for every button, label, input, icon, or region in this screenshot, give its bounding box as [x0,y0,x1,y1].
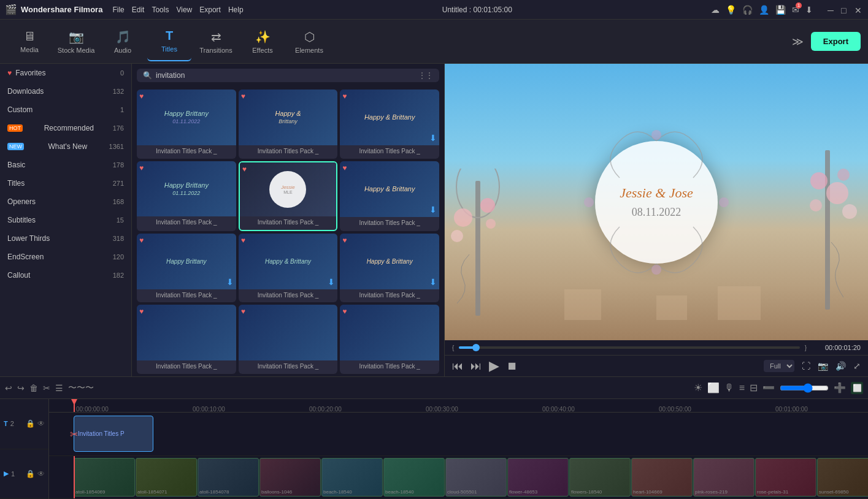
toolbar-titles[interactable]: T Titles [147,22,191,61]
track-2-eye-icon[interactable]: 👁 [37,419,45,428]
toolbar-effects[interactable]: ✨ Effects [240,22,285,61]
color-correct-icon[interactable]: ☀ [694,382,702,394]
title-clip[interactable]: Invitation Titles P [74,416,153,452]
fullscreen-button[interactable]: ⤢ [853,361,861,371]
voice-icon[interactable]: 🎙 [724,383,734,394]
account-icon[interactable]: 👤 [759,5,769,15]
volume-button[interactable]: 🔊 [835,361,846,371]
download-icon-7[interactable]: ⬇ [226,277,234,287]
sidebar-item-custom[interactable]: Custom 1 [0,101,131,119]
video-clip-rose-petals[interactable]: rose-petals-31 [755,458,816,497]
settings-button[interactable]: ☰ [55,383,63,393]
skip-back-button[interactable]: ⏮ [452,360,463,373]
video-clip-flower[interactable]: flower-48653 [507,458,569,497]
search-input[interactable] [156,71,415,80]
grid-item-11[interactable]: ♥ Invitation Titles Pack _ [239,305,338,374]
video-clip-atoll-3[interactable]: atoll-1854078 [198,458,259,497]
sidebar-item-subtitles[interactable]: Subtitles 15 [0,211,131,229]
menu-tools[interactable]: Tools [152,6,169,14]
stop-button[interactable]: ⏹ [507,360,518,373]
menu-help[interactable]: Help [228,6,244,14]
download-icon-6[interactable]: ⬇ [429,205,437,215]
toolbar-elements[interactable]: ⬡ Elements [287,22,331,61]
sidebar-item-favorites[interactable]: ♥ Favorites 0 [0,64,131,82]
sidebar-item-whats-new[interactable]: What's New 1361 [0,137,131,156]
toolbar-more-button[interactable]: ≫ [792,35,804,48]
video-clip-pink-roses[interactable]: pink-roses-219 [693,458,755,497]
toolbar-media[interactable]: 🖥 Media [7,22,52,61]
sidebar-item-titles[interactable]: Titles 271 [0,174,131,192]
track-1-eye-icon[interactable]: 👁 [37,470,45,478]
video-clip-balloons[interactable]: balloons-1046 [259,458,321,497]
zoom-in-icon[interactable]: ➕ [834,382,846,394]
save-icon[interactable]: 💾 [775,5,786,15]
grid-item-1[interactable]: ♥ Happy Brittany01.11.2022 Invitation Ti… [137,90,236,159]
video-clip-atoll-2[interactable]: atoll-1854071 [136,458,197,497]
minimize-button[interactable]: ─ [828,6,836,14]
toolbar-audio[interactable]: 🎵 Audio [101,22,145,61]
headset-icon[interactable]: 🎧 [742,5,753,15]
video-clip-cloud[interactable]: cloud-505501 [445,458,507,497]
sidebar-item-openers[interactable]: Openers 168 [0,192,131,211]
video-clip-beach-1[interactable]: beach-18540 [321,458,383,497]
sidebar-item-lower-thirds[interactable]: Lower Thirds 318 [0,229,131,248]
menu-edit[interactable]: Edit [132,6,145,14]
screenshot-button[interactable]: 📷 [818,361,828,371]
sidebar-item-basic[interactable]: Basic 178 [0,156,131,174]
download-icon-9[interactable]: ⬇ [429,277,437,287]
progress-bar[interactable] [459,346,799,349]
cut-button[interactable]: ✂ [43,383,50,393]
video-clip-atoll-1[interactable]: atoll-1854069 [74,458,135,497]
delete-button[interactable]: 🗑 [29,383,38,393]
grid-item-7[interactable]: ♥ Happy Brittany ⬇ Invitation Titles Pac… [137,234,236,303]
video-clip-sunset[interactable]: sunset-69850 [817,458,868,497]
grid-item-8[interactable]: ♥ Happy & Brittany ⬇ Invitation Titles P… [239,234,338,303]
quality-select[interactable]: Full [764,360,794,372]
grid-item-4[interactable]: ♥ Happy Brittany01.11.2022 Invitation Ti… [137,161,236,231]
grid-item-5[interactable]: ♥ Jessie MLE Invitation Titles Pack _ [239,161,338,231]
undo-button[interactable]: ↩ [5,383,12,393]
grid-item-2[interactable]: ♥ Happy &Brittany Invitation Titles Pack… [239,90,338,159]
mail-icon[interactable]: ✉1 [792,5,799,15]
close-button[interactable]: ✕ [855,6,863,14]
zoom-out-icon[interactable]: ➖ [762,382,775,394]
sidebar-item-downloads[interactable]: Downloads 132 [0,82,131,101]
toolbar-transitions[interactable]: ⇄ Transitions [194,22,238,61]
download-icon[interactable]: ⬇ [805,5,813,15]
step-back-button[interactable]: ⏭ [470,360,482,373]
collapse-panel-button[interactable]: ⬜ [851,382,863,394]
grid-item-10[interactable]: ♥ Invitation Titles Pack _ [137,305,236,374]
grid-item-3[interactable]: ♥ Happy & Brittany ⬇ Invitation Titles P… [340,90,439,159]
screen-size-button[interactable]: ⛶ [802,361,810,371]
redo-button[interactable]: ↪ [17,383,25,393]
cloud-icon[interactable]: ☁ [711,5,720,15]
audio-wave-button[interactable]: 〜〜〜 [68,383,94,394]
auto-caption-icon[interactable]: ≡ [739,383,745,394]
sidebar-item-callout[interactable]: Callout 182 [0,266,131,284]
play-button[interactable]: ▶ [489,358,499,374]
download-icon-3[interactable]: ⬇ [429,133,437,143]
download-icon-8[interactable]: ⬇ [328,277,335,287]
pip-icon[interactable]: ⊟ [750,382,758,394]
search-options-icon[interactable]: ⋮⋮ [418,71,433,80]
grid-item-9[interactable]: ♥ Happy & Brittany ⬇ Invitation Titles P… [340,234,439,303]
mask-icon[interactable]: ⬜ [707,382,720,394]
grid-item-12[interactable]: ♥ Invitation Titles Pack _ [340,305,439,374]
video-clip-beach-2[interactable]: beach-18540 [383,458,445,497]
maximize-button[interactable]: □ [841,6,850,14]
toolbar-stock-media[interactable]: 📷 Stock Media [54,22,98,61]
bulb-icon[interactable]: 💡 [726,5,736,15]
menu-file[interactable]: File [112,6,124,14]
export-button[interactable]: Export [811,32,861,51]
track-1-lock-icon[interactable]: 🔒 [26,470,35,478]
playhead[interactable] [74,399,75,412]
video-clip-heart[interactable]: heart-104669 [631,458,693,497]
sidebar-item-endscreen[interactable]: EndScreen 120 [0,248,131,266]
track-2-lock-icon[interactable]: 🔒 [26,419,35,428]
video-clip-flowers[interactable]: flowers-18540 [569,458,631,497]
zoom-slider[interactable] [780,383,829,393]
menu-export[interactable]: Export [199,6,221,14]
grid-item-6[interactable]: ♥ Happy & Brittany ⬇ Invitation Titles P… [340,161,439,231]
sidebar-item-recommended[interactable]: Recommended 176 [0,119,131,137]
menu-view[interactable]: View [176,6,192,14]
